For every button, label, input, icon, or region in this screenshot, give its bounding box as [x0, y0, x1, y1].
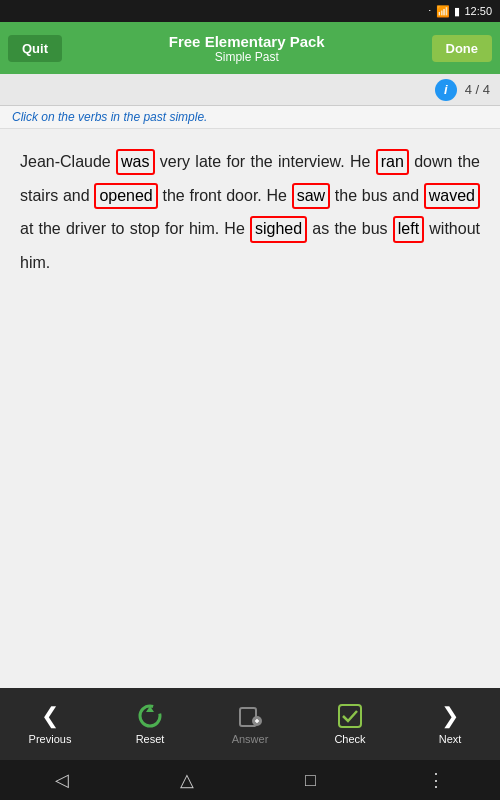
answer-button[interactable]: Answer: [210, 703, 290, 745]
verb-sighed[interactable]: sighed: [250, 216, 307, 242]
main-content: Jean-Claude was very late for the interv…: [0, 129, 500, 688]
instruction-text: Click on the verbs in the past simple.: [0, 106, 500, 129]
check-label: Check: [334, 733, 365, 745]
home-nav-button[interactable]: △: [180, 769, 194, 791]
previous-icon: ❮: [41, 703, 59, 729]
text-4: the bus and: [330, 187, 424, 204]
clock: 12:50: [464, 5, 492, 17]
answer-label: Answer: [232, 733, 269, 745]
check-icon: [337, 703, 363, 729]
next-label: Next: [439, 733, 462, 745]
more-nav-button[interactable]: ⋮: [427, 769, 445, 791]
wifi-icon: 📶: [436, 5, 450, 18]
reset-icon: [137, 703, 163, 729]
bottom-toolbar: ❮ Previous Reset Answer Check ❯ Next: [0, 688, 500, 760]
top-header: Quit Free Elementary Pack Simple Past Do…: [0, 22, 500, 74]
previous-button[interactable]: ❮ Previous: [10, 703, 90, 745]
info-button[interactable]: i: [435, 79, 457, 101]
reset-label: Reset: [136, 733, 165, 745]
verb-left[interactable]: left: [393, 216, 424, 242]
reset-button[interactable]: Reset: [110, 703, 190, 745]
back-nav-button[interactable]: ◁: [55, 769, 69, 791]
verb-opened[interactable]: opened: [94, 183, 157, 209]
bluetooth-icon: ⋅: [428, 5, 432, 18]
info-bar: i 4 / 4: [0, 74, 500, 106]
text-5: at the driver to stop for him. He: [20, 220, 250, 237]
verb-was[interactable]: was: [116, 149, 154, 175]
verb-waved[interactable]: waved: [424, 183, 480, 209]
status-icons: ⋅ 📶 ▮ 12:50: [428, 5, 492, 18]
next-icon: ❯: [441, 703, 459, 729]
previous-label: Previous: [29, 733, 72, 745]
text-passage: Jean-Claude was very late for the interv…: [20, 145, 480, 279]
verb-saw[interactable]: saw: [292, 183, 330, 209]
next-button[interactable]: ❯ Next: [410, 703, 490, 745]
check-button[interactable]: Check: [310, 703, 390, 745]
text-jean-claude: Jean-Claude: [20, 153, 116, 170]
pack-name: Free Elementary Pack: [62, 33, 432, 50]
header-title: Free Elementary Pack Simple Past: [62, 33, 432, 64]
battery-icon: ▮: [454, 5, 460, 18]
recents-nav-button[interactable]: □: [305, 770, 316, 791]
done-button[interactable]: Done: [432, 35, 493, 62]
svg-rect-6: [339, 705, 361, 727]
status-bar: ⋅ 📶 ▮ 12:50: [0, 0, 500, 22]
text-3: the front door. He: [158, 187, 292, 204]
answer-icon: [237, 703, 263, 729]
text-6: as the bus: [307, 220, 393, 237]
verb-ran[interactable]: ran: [376, 149, 409, 175]
system-nav: ◁ △ □ ⋮: [0, 760, 500, 800]
page-count: 4 / 4: [465, 82, 490, 97]
text-1: very late for the interview. He: [155, 153, 376, 170]
lesson-name: Simple Past: [62, 50, 432, 64]
quit-button[interactable]: Quit: [8, 35, 62, 62]
